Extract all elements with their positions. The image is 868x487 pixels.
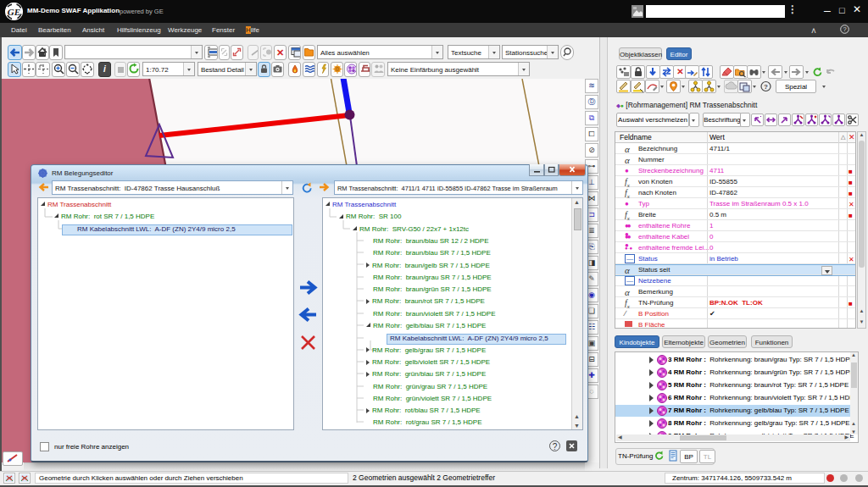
svg-text:?: ?: [843, 25, 846, 33]
svg-text:GE: GE: [8, 7, 20, 17]
svg-text:?: ?: [764, 83, 768, 91]
